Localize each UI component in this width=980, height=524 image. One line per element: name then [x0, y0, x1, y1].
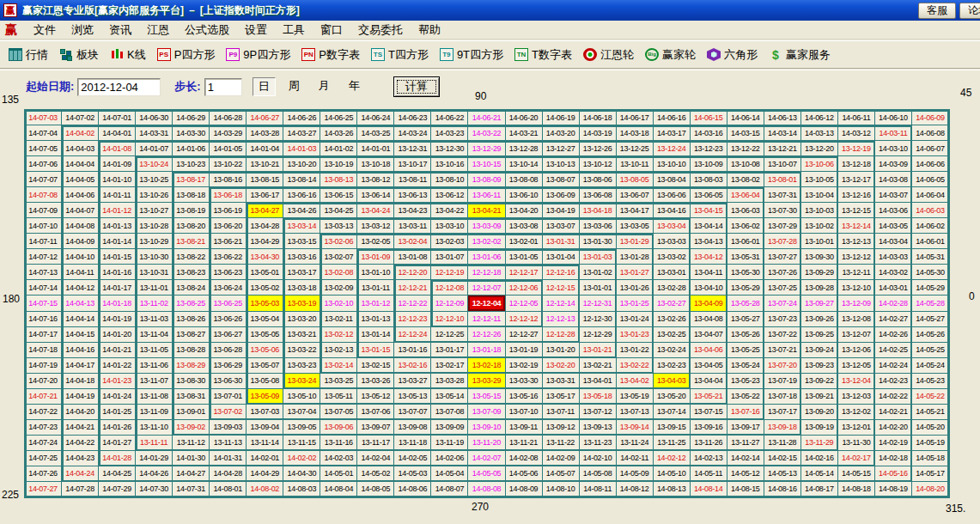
date-cell[interactable]: 13-08-03	[691, 172, 727, 187]
date-cell[interactable]: 14-04-25	[99, 466, 136, 482]
date-cell[interactable]: 13-03-21	[283, 327, 320, 343]
date-cell[interactable]: 13-11-07	[136, 374, 173, 389]
date-cell[interactable]: 14-03-26	[320, 125, 357, 141]
date-cell[interactable]: 13-03-05	[617, 218, 654, 234]
date-cell[interactable]: 13-05-22	[727, 389, 764, 405]
date-cell[interactable]: 14-05-20	[912, 420, 949, 436]
period-button-日[interactable]: 日	[253, 77, 276, 96]
date-cell[interactable]: 13-02-03	[431, 234, 468, 249]
date-cell[interactable]: 14-06-29	[173, 110, 210, 125]
date-cell[interactable]: 13-03-02	[654, 249, 691, 265]
date-cell[interactable]: 14-07-30	[136, 482, 173, 497]
date-cell[interactable]: 14-06-21	[468, 110, 505, 125]
date-cell[interactable]: 13-07-02	[210, 405, 247, 420]
date-cell[interactable]: 13-11-21	[506, 436, 543, 451]
date-cell[interactable]: 13-04-05	[691, 358, 727, 374]
menu-item-6[interactable]: 设置	[237, 21, 275, 38]
date-cell[interactable]: 14-02-23	[875, 374, 912, 389]
date-cell[interactable]: 13-10-29	[136, 234, 173, 249]
date-cell[interactable]: 14-02-17	[838, 451, 875, 466]
date-cell[interactable]: 14-01-17	[99, 280, 136, 296]
date-cell[interactable]: 13-10-28	[136, 218, 173, 234]
date-cell[interactable]: 14-06-06	[912, 156, 949, 172]
date-cell[interactable]: 13-09-08	[394, 420, 431, 436]
date-cell[interactable]: 14-04-05	[62, 172, 99, 187]
date-cell[interactable]: 13-04-29	[247, 234, 283, 249]
date-cell[interactable]: 13-11-15	[283, 436, 320, 451]
date-cell[interactable]: 13-05-27	[727, 312, 764, 327]
date-cell[interactable]: 13-03-27	[394, 374, 431, 389]
date-cell[interactable]: 13-03-31	[543, 374, 580, 389]
date-cell[interactable]: 13-11-09	[136, 405, 173, 420]
date-cell[interactable]: 13-08-16	[210, 172, 247, 187]
date-cell[interactable]: 14-08-17	[801, 482, 838, 497]
date-cell[interactable]: 14-01-01	[357, 141, 394, 156]
date-cell[interactable]: 13-05-23	[727, 374, 764, 389]
date-cell[interactable]: 14-08-02	[247, 482, 283, 497]
date-cell[interactable]: 13-04-18	[580, 203, 617, 218]
date-cell[interactable]: 14-02-09	[543, 451, 580, 466]
date-cell[interactable]: 14-05-22	[912, 389, 949, 405]
date-cell[interactable]: 14-07-12	[25, 249, 62, 265]
date-cell[interactable]: 13-08-19	[173, 203, 210, 218]
date-cell[interactable]: 14-06-14	[727, 110, 764, 125]
date-cell[interactable]: 14-03-30	[173, 125, 210, 141]
date-cell[interactable]: 12-12-20	[394, 265, 431, 280]
date-cell[interactable]: 13-06-11	[468, 187, 505, 203]
date-cell[interactable]: 13-03-01	[654, 265, 691, 280]
start-date-input[interactable]	[77, 78, 161, 96]
date-cell[interactable]: 14-04-19	[62, 389, 99, 405]
date-cell[interactable]: 13-11-24	[617, 436, 654, 451]
date-cell[interactable]: 14-01-20	[99, 327, 136, 343]
date-cell[interactable]: 14-02-26	[875, 327, 912, 343]
date-cell[interactable]: 14-07-24	[25, 436, 62, 451]
date-cell[interactable]: 13-10-13	[543, 156, 580, 172]
date-cell[interactable]: 14-02-05	[394, 451, 431, 466]
date-cell[interactable]: 13-06-14	[357, 187, 394, 203]
date-cell[interactable]: 13-11-19	[431, 436, 468, 451]
date-cell[interactable]: 13-02-27	[654, 296, 691, 311]
date-cell[interactable]: 14-04-11	[62, 265, 99, 280]
date-cell[interactable]: 14-05-19	[912, 436, 949, 451]
date-cell[interactable]: 13-08-06	[580, 172, 617, 187]
date-cell[interactable]: 12-12-08	[431, 280, 468, 296]
date-cell[interactable]: 13-10-09	[691, 156, 727, 172]
date-cell[interactable]: 12-12-19	[431, 265, 468, 280]
date-cell[interactable]: 13-03-17	[283, 265, 320, 280]
date-cell[interactable]: 13-07-26	[764, 265, 801, 280]
date-cell[interactable]: 12-12-31	[580, 296, 617, 311]
date-cell[interactable]: 14-03-15	[727, 125, 764, 141]
date-cell[interactable]: 13-01-20	[543, 343, 580, 358]
date-cell[interactable]: 13-08-14	[283, 172, 320, 187]
date-cell[interactable]: 14-05-26	[912, 327, 949, 343]
date-cell[interactable]: 14-04-29	[247, 466, 283, 482]
date-cell[interactable]: 14-03-22	[468, 125, 505, 141]
date-cell[interactable]: 13-10-02	[801, 218, 838, 234]
date-cell[interactable]: 13-09-15	[654, 420, 691, 436]
date-cell[interactable]: 13-01-19	[506, 343, 543, 358]
date-cell[interactable]: 13-02-25	[654, 327, 691, 343]
date-cell[interactable]: 13-01-12	[357, 296, 394, 311]
date-cell[interactable]: 14-02-10	[580, 451, 617, 466]
date-cell[interactable]: 12-12-30	[580, 312, 617, 327]
date-cell[interactable]: 14-05-02	[357, 466, 394, 482]
date-cell[interactable]: 13-06-12	[431, 187, 468, 203]
date-cell[interactable]: 13-03-10	[431, 218, 468, 234]
date-cell[interactable]: 13-11-10	[136, 420, 173, 436]
date-cell[interactable]: 12-12-25	[431, 327, 468, 343]
date-cell[interactable]: 14-03-01	[875, 280, 912, 296]
date-cell[interactable]: 14-07-18	[25, 343, 62, 358]
date-cell[interactable]: 14-01-13	[99, 218, 136, 234]
date-cell[interactable]: 13-01-26	[617, 280, 654, 296]
date-cell[interactable]: 13-03-08	[506, 218, 543, 234]
date-cell[interactable]: 13-03-19	[283, 296, 320, 311]
date-cell[interactable]: 13-10-14	[506, 156, 543, 172]
toolbar-item-9P四方形[interactable]: P99P四方形	[226, 47, 290, 63]
date-cell[interactable]: 14-06-11	[838, 110, 875, 125]
date-cell[interactable]: 14-01-15	[99, 249, 136, 265]
date-cell[interactable]: 13-09-22	[801, 374, 838, 389]
date-cell[interactable]: 13-06-18	[210, 187, 247, 203]
date-cell[interactable]: 14-07-08	[25, 187, 62, 203]
date-cell[interactable]: 13-09-24	[801, 343, 838, 358]
date-cell[interactable]: 14-02-03	[320, 451, 357, 466]
